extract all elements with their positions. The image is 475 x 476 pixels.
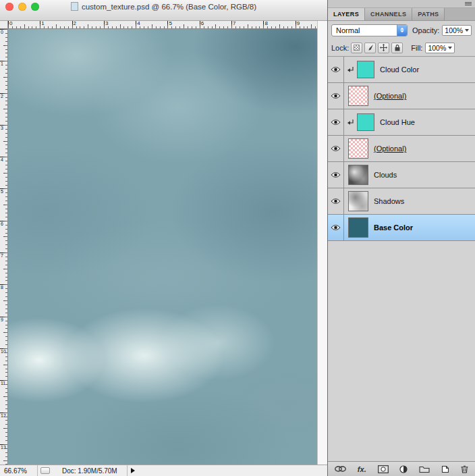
layer-row[interactable]: (Optional)	[328, 136, 475, 162]
tab-channels-label: CHANNELS	[370, 11, 406, 18]
panel-menu-icon[interactable]	[465, 2, 472, 5]
lock-transparency-button[interactable]	[351, 43, 362, 53]
blend-mode-row: Normal Opacity: 100%	[328, 21, 475, 39]
visibility-toggle[interactable]	[328, 188, 344, 214]
status-proxy-arrow-icon[interactable]	[131, 468, 135, 473]
canvas[interactable]	[8, 29, 317, 465]
adjustment-layer-icon[interactable]	[399, 465, 408, 473]
layer-thumbnail[interactable]	[357, 61, 374, 78]
layer-thumbnail[interactable]	[357, 113, 374, 131]
tab-layers[interactable]: LAYERS	[328, 8, 365, 20]
fill-field[interactable]: 100%	[425, 43, 455, 53]
horizontal-ruler[interactable]: 0123456789	[8, 21, 317, 29]
lock-position-button[interactable]	[378, 43, 389, 53]
visibility-toggle[interactable]	[328, 57, 344, 82]
ruler-number: 8	[0, 284, 7, 316]
eye-icon	[331, 92, 341, 99]
layer-row[interactable]: Shadows	[328, 188, 475, 215]
opacity-value: 100%	[445, 26, 463, 34]
eye-icon	[331, 171, 341, 178]
layer-name[interactable]: Cloud Color	[380, 65, 419, 74]
dropdown-arrow-icon	[448, 47, 452, 49]
layer-row[interactable]: Base Color	[328, 215, 475, 241]
document-window: custom_texture.psd @ 66.7% (Base Color, …	[0, 0, 327, 476]
tab-paths[interactable]: PATHS	[412, 8, 445, 20]
dropdown-arrow-icon	[465, 29, 469, 32]
ruler-number: 2	[0, 93, 7, 125]
panel-header-strip	[328, 0, 475, 8]
ruler-number: 0	[8, 21, 40, 28]
ruler-number: 5	[167, 21, 199, 28]
status-widget-icon[interactable]	[40, 467, 50, 474]
ruler-number: 1	[0, 61, 7, 92]
ruler-number: 11	[0, 380, 7, 412]
layer-thumbnail[interactable]	[348, 86, 368, 106]
title-wrap: custom_texture.psd @ 66.7% (Base Color, …	[0, 2, 327, 11]
tab-channels[interactable]: CHANNELS	[365, 8, 412, 20]
eye-icon	[331, 66, 341, 73]
new-layer-icon[interactable]	[441, 465, 449, 473]
ruler-number: 5	[0, 188, 7, 220]
clipping-mask-arrow-icon	[345, 66, 356, 73]
layer-thumbnail[interactable]	[348, 217, 368, 238]
layer-name[interactable]: Shadows	[374, 197, 404, 205]
layer-thumbnail[interactable]	[348, 138, 368, 159]
layer-name[interactable]: Cloud Hue	[380, 118, 415, 126]
visibility-toggle[interactable]	[328, 109, 344, 135]
move-icon	[380, 44, 387, 51]
ruler-number: 12	[0, 413, 7, 444]
layer-row[interactable]: (Optional)	[328, 83, 475, 109]
window-title: custom_texture.psd @ 66.7% (Base Color, …	[82, 3, 256, 11]
titlebar[interactable]: custom_texture.psd @ 66.7% (Base Color, …	[0, 0, 327, 21]
delete-layer-icon[interactable]	[461, 465, 468, 473]
vertical-ruler[interactable]: 012345678910111213	[0, 29, 8, 465]
eye-icon	[331, 145, 341, 152]
visibility-toggle[interactable]	[328, 215, 344, 240]
eye-icon	[331, 198, 341, 205]
lock-all-button[interactable]	[391, 43, 403, 53]
lock-label: Lock:	[331, 44, 349, 52]
eye-icon	[331, 119, 341, 126]
ruler-number: 6	[0, 221, 7, 253]
ruler-number: 9	[0, 317, 7, 348]
layer-thumbnail[interactable]	[348, 191, 368, 211]
transparency-checker-icon	[354, 45, 360, 51]
ruler-number: 3	[0, 125, 7, 157]
blend-mode-select[interactable]: Normal	[331, 24, 408, 36]
tab-paths-label: PATHS	[418, 11, 439, 18]
layer-row[interactable]: Clouds	[328, 162, 475, 188]
layer-name[interactable]: Clouds	[374, 171, 397, 179]
visibility-toggle[interactable]	[328, 162, 344, 188]
opacity-label: Opacity:	[412, 26, 439, 34]
fill-label: Fill:	[411, 44, 422, 52]
ruler-number: 3	[104, 21, 136, 28]
visibility-toggle[interactable]	[328, 136, 344, 161]
lock-pixels-button[interactable]	[364, 43, 376, 53]
ruler-number: 6	[200, 21, 231, 28]
visibility-toggle[interactable]	[328, 83, 344, 109]
link-layers-icon[interactable]	[335, 466, 346, 472]
layer-thumbnail[interactable]	[348, 165, 368, 185]
document-icon	[71, 2, 78, 11]
layer-mask-icon[interactable]	[378, 465, 389, 473]
layer-name[interactable]: (Optional)	[374, 92, 406, 100]
vertical-ruler-numbers: 012345678910111213	[0, 29, 7, 465]
ruler-number: 8	[263, 21, 295, 28]
ruler-number: 10	[0, 348, 7, 380]
zoom-level-field[interactable]: 66.67%	[0, 465, 38, 476]
ruler-number: 7	[231, 21, 263, 28]
layer-style-icon[interactable]: fx.	[358, 465, 366, 473]
status-bar: 66.67% Doc: 1.90M/5.70M	[0, 465, 327, 476]
ruler-number: 7	[0, 253, 7, 284]
layer-row[interactable]: Cloud Color	[328, 57, 475, 83]
eye-icon	[331, 224, 341, 231]
layer-name[interactable]: (Optional)	[374, 144, 406, 153]
opacity-field[interactable]: 100%	[442, 25, 472, 36]
doc-size-info[interactable]: Doc: 1.90M/5.70M	[53, 465, 128, 476]
new-group-icon[interactable]	[419, 465, 430, 473]
lock-row: Lock: Fill: 100%	[328, 39, 475, 57]
layer-row[interactable]: Cloud Hue	[328, 109, 475, 136]
vertical-scrollbar[interactable]	[317, 21, 327, 465]
layers-list: Cloud Color (Optional) Cloud Hue (Option…	[328, 57, 475, 241]
layer-name[interactable]: Base Color	[374, 223, 413, 232]
